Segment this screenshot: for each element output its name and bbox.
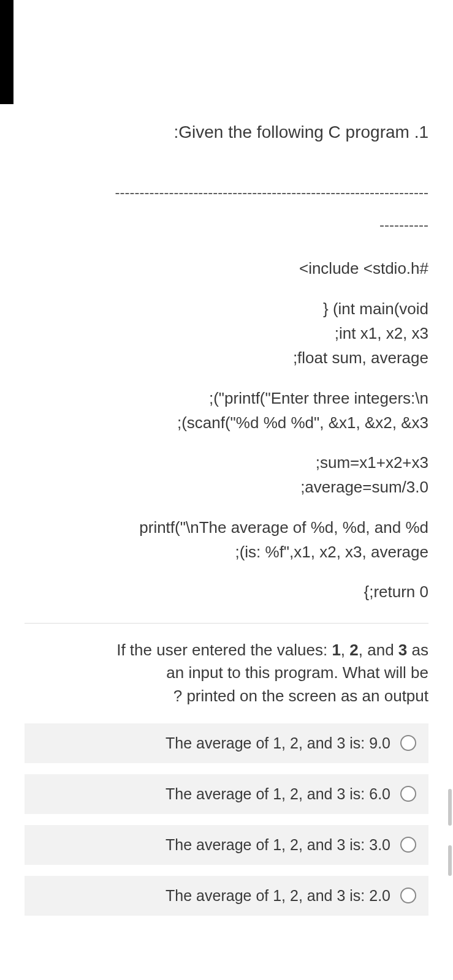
code-line-avg: ;average=sum/3.0 bbox=[25, 475, 428, 499]
code-output-block: printf("\nThe average of %d, %d, and %d … bbox=[25, 515, 428, 565]
prompt-pre: If the user entered the values: bbox=[116, 641, 332, 659]
scrollbar-segment[interactable] bbox=[448, 845, 452, 876]
left-black-bar bbox=[0, 0, 13, 104]
answer-option-2[interactable]: The average of 1, 2, and 3 is: 6.0 bbox=[25, 774, 428, 814]
code-line-main: } (int main(void bbox=[25, 296, 428, 321]
radio-icon bbox=[400, 735, 416, 751]
answer-options: The average of 1, 2, and 3 is: 9.0 The a… bbox=[25, 723, 428, 916]
page: :Given the following C program .1 ------… bbox=[0, 0, 453, 980]
prompt-val-b: 2 bbox=[349, 641, 358, 659]
question-number: .1 bbox=[414, 123, 428, 141]
question-title-text: :Given the following C program bbox=[173, 123, 409, 141]
prompt-val-c: 3 bbox=[398, 641, 407, 659]
prompt-mid2: , and bbox=[359, 641, 398, 659]
code-main-block: } (int main(void ;int x1, x2, x3 ;float … bbox=[25, 296, 428, 371]
divider bbox=[25, 623, 428, 624]
answer-option-3[interactable]: The average of 1, 2, and 3 is: 3.0 bbox=[25, 825, 428, 865]
radio-icon bbox=[400, 837, 416, 853]
scrollbar-segment[interactable] bbox=[448, 789, 452, 826]
code-line-printf1: ;("printf("Enter three integers:\n bbox=[25, 386, 428, 410]
prompt-line-2: an input to this program. What will be bbox=[25, 662, 428, 685]
code-include: <include <stdio.h# bbox=[25, 256, 428, 281]
radio-icon bbox=[400, 786, 416, 802]
code-return-block: {;return 0 bbox=[25, 579, 428, 604]
prompt-line-1: If the user entered the values: 1, 2, an… bbox=[25, 639, 428, 662]
separator-dashes-1: ----------------------------------------… bbox=[25, 179, 428, 205]
code-line-include: <include <stdio.h# bbox=[25, 256, 428, 281]
code-line-decl-float: ;float sum, average bbox=[25, 345, 428, 370]
code-calc-block: ;sum=x1+x2+x3 ;average=sum/3.0 bbox=[25, 450, 428, 500]
question-title: :Given the following C program .1 bbox=[25, 123, 428, 142]
prompt-val-a: 1 bbox=[332, 641, 340, 659]
separator-dashes-2: ---------- bbox=[25, 211, 428, 238]
answer-option-4[interactable]: The average of 1, 2, and 3 is: 2.0 bbox=[25, 876, 428, 916]
prompt-line-3: ? printed on the screen as an output bbox=[25, 685, 428, 708]
code-line-printf2b: ;(is: %f",x1, x2, x3, average bbox=[25, 540, 428, 564]
option-label: The average of 1, 2, and 3 is: 3.0 bbox=[166, 836, 390, 854]
code-line-sum: ;sum=x1+x2+x3 bbox=[25, 450, 428, 475]
question-content: :Given the following C program .1 ------… bbox=[0, 0, 453, 940]
option-label: The average of 1, 2, and 3 is: 2.0 bbox=[166, 887, 390, 905]
code-line-decl-int: ;int x1, x2, x3 bbox=[25, 321, 428, 345]
answer-option-1[interactable]: The average of 1, 2, and 3 is: 9.0 bbox=[25, 723, 428, 763]
code-line-return: {;return 0 bbox=[25, 579, 428, 604]
code-input-block: ;("printf("Enter three integers:\n ;(sca… bbox=[25, 386, 428, 435]
prompt-mid1: , bbox=[341, 641, 349, 659]
prompt-post: as bbox=[407, 641, 428, 659]
question-prompt: If the user entered the values: 1, 2, an… bbox=[25, 639, 428, 708]
option-label: The average of 1, 2, and 3 is: 6.0 bbox=[166, 785, 390, 803]
code-line-scanf: ;(scanf("%d %d %d", &x1, &x2, &x3 bbox=[25, 410, 428, 435]
code-line-printf2a: printf("\nThe average of %d, %d, and %d bbox=[25, 515, 428, 540]
option-label: The average of 1, 2, and 3 is: 9.0 bbox=[166, 734, 390, 752]
radio-icon bbox=[400, 888, 416, 903]
